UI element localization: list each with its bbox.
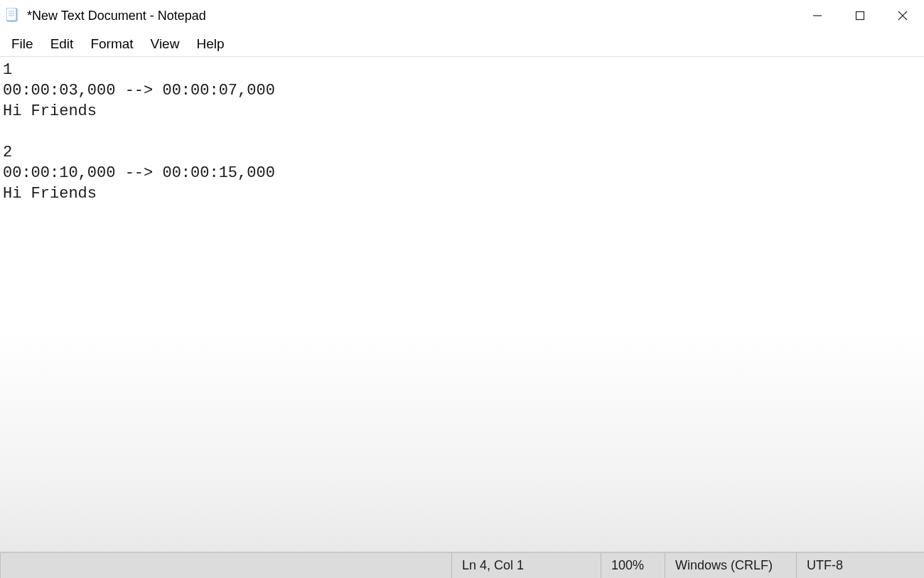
maximize-icon [855, 11, 865, 21]
statusbar: Ln 4, Col 1 100% Windows (CRLF) UTF-8 [0, 552, 924, 578]
titlebar: *New Text Document - Notepad [0, 0, 924, 31]
text-area-container: 1 00:00:03,000 --> 00:00:07,000 Hi Frien… [0, 57, 924, 552]
menu-help[interactable]: Help [188, 33, 232, 55]
window-controls [796, 0, 924, 31]
close-button[interactable] [881, 0, 924, 31]
text-editor[interactable]: 1 00:00:03,000 --> 00:00:07,000 Hi Frien… [0, 57, 924, 552]
status-line-ending: Windows (CRLF) [665, 553, 796, 578]
menubar: File Edit Format View Help [0, 31, 924, 57]
window-title: *New Text Document - Notepad [27, 9, 796, 23]
svg-rect-1 [6, 8, 16, 21]
status-position: Ln 4, Col 1 [451, 553, 601, 578]
menu-file[interactable]: File [3, 33, 42, 55]
menu-edit[interactable]: Edit [42, 33, 82, 55]
svg-rect-6 [856, 12, 864, 20]
menu-format[interactable]: Format [82, 33, 141, 55]
minimize-icon [812, 11, 822, 21]
notepad-icon [6, 7, 20, 24]
close-icon [898, 11, 908, 21]
minimize-button[interactable] [796, 0, 839, 31]
status-spacer [0, 553, 451, 578]
status-encoding: UTF-8 [796, 553, 924, 578]
status-zoom: 100% [601, 553, 665, 578]
maximize-button[interactable] [839, 0, 881, 31]
menu-view[interactable]: View [142, 33, 188, 55]
